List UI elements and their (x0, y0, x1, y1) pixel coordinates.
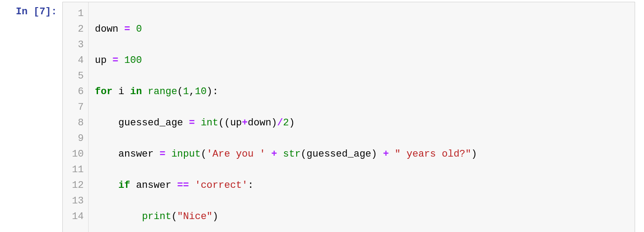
code-line[interactable]: up = 100 (95, 53, 477, 68)
prompt-open: [ (33, 6, 39, 17)
code-input-area[interactable]: 1 2 3 4 5 6 7 8 9 10 11 12 13 14 down = … (62, 2, 635, 232)
line-number: 9 (69, 131, 84, 146)
line-number: 1 (69, 6, 84, 21)
code-editor[interactable]: down = 0 up = 100 for i in range(1,10): … (89, 2, 482, 232)
code-line[interactable]: if answer == 'correct': (95, 178, 477, 193)
line-number: 8 (69, 115, 84, 131)
line-number: 6 (69, 84, 84, 99)
line-number: 7 (69, 99, 84, 115)
line-number: 3 (69, 37, 84, 53)
line-number: 5 (69, 68, 84, 84)
line-number: 11 (69, 162, 84, 178)
prompt-in: In (16, 6, 34, 17)
line-number: 14 (69, 209, 84, 224)
input-prompt: In [7]: (0, 2, 62, 17)
code-cell: In [7]: 1 2 3 4 5 6 7 8 9 10 11 12 13 14… (0, 0, 644, 232)
line-number: 10 (69, 146, 84, 162)
line-number: 4 (69, 53, 84, 68)
prompt-exec-count: 7 (39, 6, 45, 17)
code-line[interactable]: answer = input('Are you ' + str(guessed_… (95, 146, 477, 162)
line-number: 12 (69, 178, 84, 193)
line-number: 2 (69, 21, 84, 37)
code-line[interactable]: guessed_age = int((up+down)/2) (95, 115, 477, 131)
line-gutter: 1 2 3 4 5 6 7 8 9 10 11 12 13 14 (63, 2, 89, 232)
prompt-close: ]: (45, 6, 57, 17)
code-line[interactable]: for i in range(1,10): (95, 84, 477, 99)
code-line[interactable]: print("Nice") (95, 209, 477, 224)
code-line[interactable]: down = 0 (95, 21, 477, 37)
line-number: 13 (69, 193, 84, 209)
